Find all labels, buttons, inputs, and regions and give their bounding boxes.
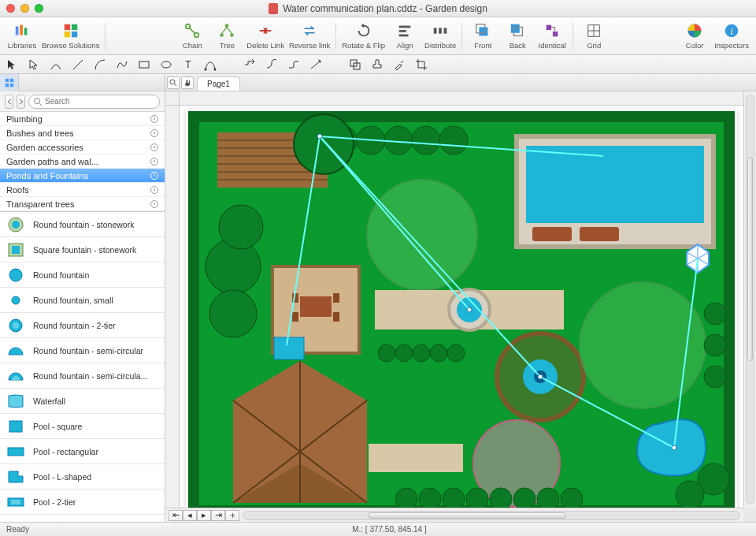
stencil-item[interactable]: Pool - L-shaped (0, 464, 165, 489)
stencil-item[interactable]: Round fountain - stonework (0, 212, 165, 237)
identical-button[interactable]: Identical (535, 19, 569, 54)
smart-connector-tool[interactable] (243, 58, 257, 72)
nav-back-button[interactable] (5, 95, 13, 109)
color-button[interactable]: Color (677, 19, 712, 54)
category-garden-paths[interactable]: Garden paths and wal...› (0, 154, 165, 169)
libraries-button[interactable]: Libraries (5, 19, 39, 54)
stencil-item[interactable]: Pool - 2-tier (0, 489, 165, 515)
distribute-button[interactable]: Distribute (422, 19, 458, 54)
category-transparent-trees[interactable]: Transparent trees› (0, 197, 165, 211)
front-button[interactable]: Front (465, 19, 500, 54)
grid-button[interactable]: Grid (576, 19, 611, 54)
drawing-page[interactable] (186, 109, 737, 508)
stencil-item[interactable]: Pool - square (0, 414, 165, 439)
close-window-button[interactable] (6, 4, 15, 13)
svg-point-122 (676, 481, 704, 508)
ellipse-tool[interactable] (159, 58, 173, 72)
round-connector-tool[interactable] (287, 58, 301, 72)
library-tab[interactable] (0, 74, 19, 91)
fountain-2tier-icon (5, 316, 27, 335)
rectangle-tool[interactable] (137, 58, 151, 72)
stencil-item[interactable]: Round fountain - semi-circular (0, 338, 165, 363)
zoom-tool[interactable] (167, 76, 180, 89)
window-title: Water communication plan.cddz - Garden d… (283, 3, 487, 14)
prev-page-button[interactable]: ◂ (183, 510, 197, 521)
svg-rect-15 (399, 35, 409, 37)
svg-text:T: T (185, 59, 191, 70)
canvas-area[interactable] (165, 91, 756, 508)
spline-tool[interactable] (115, 58, 129, 72)
bezier-tool[interactable] (203, 58, 217, 72)
eyedropper-tool[interactable] (392, 58, 406, 72)
canvas-page-tabs: Page1 (165, 74, 756, 91)
svg-rect-51 (9, 421, 22, 432)
svg-point-114 (395, 344, 413, 362)
nav-forward-button[interactable] (17, 95, 25, 109)
window-title-wrap: Water communication plan.cddz - Garden d… (0, 3, 756, 14)
curved-connector-tool[interactable] (265, 58, 279, 72)
svg-point-119 (704, 334, 726, 356)
hand-tool[interactable] (181, 76, 194, 89)
svg-point-47 (9, 269, 22, 281)
color-label: Color (686, 41, 704, 50)
first-page-button[interactable]: ⇤ (169, 510, 183, 521)
svg-rect-24 (553, 32, 558, 36)
rotate-flip-button[interactable]: Rotate & Flip (339, 19, 387, 54)
stencil-item[interactable]: Round fountain - 2-tier (0, 313, 165, 338)
status-ready: Ready (6, 525, 29, 534)
stencil-item[interactable]: Round fountain, small (0, 288, 165, 313)
chain-button[interactable]: Chain (175, 19, 209, 54)
scroll-thumb-vertical[interactable] (747, 157, 753, 361)
waterfall-icon (5, 392, 27, 411)
connector-tool[interactable] (49, 58, 63, 72)
chain-icon (183, 22, 201, 39)
page-tab[interactable]: Page1 (197, 76, 240, 91)
svg-point-112 (561, 488, 583, 508)
category-bushes-trees[interactable]: Bushes and trees› (0, 126, 165, 140)
arc-tool[interactable] (93, 58, 107, 72)
stencil-item[interactable]: Pool - rectangular (0, 439, 165, 464)
minimize-window-button[interactable] (20, 4, 29, 13)
fountain-stonework-icon (5, 215, 27, 234)
stencil-item[interactable]: Waterfall (0, 389, 165, 414)
direct-connector-tool[interactable] (309, 58, 323, 72)
hscroll-track[interactable] (243, 511, 740, 520)
zoom-window-button[interactable] (35, 4, 43, 13)
svg-rect-68 (532, 227, 572, 241)
expand-icon: › (150, 129, 158, 137)
svg-rect-88 (333, 293, 339, 303)
delete-link-button[interactable]: Delete Link (244, 19, 287, 54)
svg-rect-67 (526, 146, 704, 223)
last-page-button[interactable]: ⇥ (211, 510, 225, 521)
category-garden-accessories[interactable]: Garden accessories› (0, 140, 165, 154)
crop-tool[interactable] (414, 58, 428, 72)
category-plumbing[interactable]: Plumbing› (0, 112, 165, 126)
stamp-tool[interactable] (370, 58, 384, 72)
svg-point-113 (378, 344, 395, 362)
next-page-button[interactable]: ▸ (197, 510, 211, 521)
library-search-input[interactable] (28, 95, 160, 109)
browse-solutions-label: Browse Solutions (42, 41, 99, 50)
inspectors-button[interactable]: i Inspectors (712, 19, 751, 54)
grid-label: Grid (587, 41, 601, 50)
svg-point-77 (412, 126, 440, 154)
vertical-scrollbar[interactable] (743, 91, 756, 508)
scroll-thumb-horizontal[interactable] (368, 512, 566, 519)
line-tool[interactable] (71, 58, 85, 72)
direct-select-tool[interactable] (27, 58, 41, 72)
tree-button[interactable]: Tree (209, 19, 244, 54)
browse-solutions-button[interactable]: Browse Solutions (39, 19, 102, 54)
back-button[interactable]: Back (500, 19, 535, 54)
reverse-link-button[interactable]: Reverse link (287, 19, 332, 54)
category-roofs[interactable]: Roofs› (0, 183, 165, 197)
stencil-item[interactable]: Round fountain - semi-circula... (0, 363, 165, 389)
text-tool[interactable]: T (181, 58, 195, 72)
stencil-item[interactable]: Square fountain - stonework (0, 237, 165, 262)
clone-tool[interactable] (348, 58, 362, 72)
pointer-tool[interactable] (5, 58, 19, 72)
category-ponds-fountains[interactable]: Ponds and Fountains› (0, 169, 165, 183)
add-page-button[interactable]: ＋ (225, 510, 239, 521)
stencil-item[interactable]: Round fountain (0, 262, 165, 288)
align-button[interactable]: Align (387, 19, 422, 54)
svg-point-83 (219, 205, 263, 249)
